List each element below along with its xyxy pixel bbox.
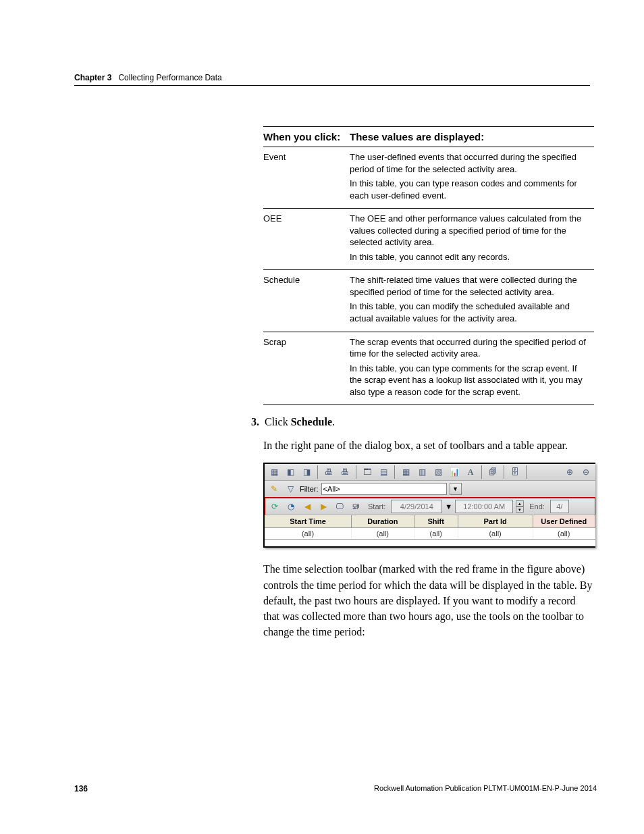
tool-icon[interactable]: ▤ [377,465,390,479]
col-start-time[interactable]: Start Time [265,515,352,527]
running-head: Chapter 3 Collecting Performance Data [74,73,590,82]
chapter-title: Collecting Performance Data [118,73,221,82]
torn-edge [265,540,595,546]
tool-icon[interactable]: 🖵 [333,500,346,513]
start-date-input[interactable] [391,500,442,513]
publication-id: Rockwell Automation Publication PLTMT-UM… [374,784,597,793]
nav-next-icon[interactable]: ▶ [317,500,330,513]
paragraph: The time selection toolbar (marked with … [263,561,594,640]
time-spinner[interactable]: ▴▾ [516,500,524,513]
separator [317,465,318,479]
separator [394,465,395,479]
row-desc: The scrap events that occurred during th… [350,332,594,405]
tool-icon[interactable]: 🗐 [486,465,500,479]
header-rule [74,85,590,86]
step-list: 3. Click Schedule. [247,416,594,428]
text-icon[interactable]: A [464,465,477,479]
filter-dropdown-icon[interactable]: ▼ [450,483,462,495]
col-duration[interactable]: Duration [352,515,414,527]
schedule-panel-figure: ▦ ◧ ◨ 🖶 🖶 🗔 ▤ ▦ ▥ ▧ 📊 A 🗐 🗄 [263,463,595,548]
tool-icon[interactable]: ▥ [415,465,429,479]
step-text: Click Schedule. [265,416,335,428]
table-header-click: When you click: [263,127,350,147]
grid-filter-row: (all) (all) (all) (all) (all) [265,528,595,540]
col-user-defined[interactable]: User Defined [533,515,596,527]
table-row: Schedule The shift-related time values t… [263,270,594,332]
step-item: 3. Click Schedule. [247,416,594,428]
nav-prev-icon[interactable]: ◀ [300,500,314,513]
row-label: Event [263,147,350,209]
filter-cell[interactable]: (all) [533,528,596,539]
row-label: Schedule [263,270,350,332]
tool-icon[interactable]: 🗄 [508,465,522,479]
end-date-input[interactable] [550,500,569,513]
col-part-id[interactable]: Part Id [458,515,533,527]
start-label: Start: [365,502,388,511]
separator [504,465,504,479]
values-table: When you click: These values are display… [263,126,594,405]
separator [356,465,356,479]
toolbar-row-1: ▦ ◧ ◨ 🖶 🖶 🗔 ▤ ▦ ▥ ▧ 📊 A 🗐 🗄 [265,464,595,481]
filter-cell[interactable]: (all) [352,528,414,539]
step-number: 3. [247,416,259,428]
zoom-in-icon[interactable]: ⊕ [563,465,576,479]
table-row: Scrap The scrap events that occurred dur… [263,332,594,405]
tool-icon[interactable]: 🖳 [349,500,363,513]
tool-icon[interactable]: ▧ [431,465,445,479]
grid-header: Start Time Duration Shift Part Id User D… [265,515,595,528]
row-desc: The user-defined events that occurred du… [350,147,594,209]
tool-icon[interactable]: ◧ [284,465,297,479]
time-selection-toolbar: ⟳ ◔ ◀ ▶ 🖵 🖳 Start: ▼ ▴▾ End: [264,497,595,515]
tool-icon[interactable]: 🗔 [360,465,374,479]
date-dropdown-icon[interactable]: ▼ [445,502,452,511]
filter-cell[interactable]: (all) [458,528,533,539]
tool-icon[interactable]: ▦ [399,465,412,479]
separator [481,465,482,479]
chapter-label: Chapter 3 [74,73,111,82]
zoom-out-icon[interactable]: ⊖ [579,465,593,479]
table-header-values: These values are displayed: [350,127,594,147]
tool-icon[interactable]: ▦ [267,465,281,479]
filter-cell[interactable]: (all) [265,528,352,539]
row-label: OEE [263,209,350,270]
row-desc: The OEE and other performance values cal… [350,209,594,270]
table-row: Event The user-defined events that occur… [263,147,594,209]
print-preview-icon[interactable]: 🖶 [338,465,352,479]
row-desc: The shift-related time values that were … [350,270,594,332]
paragraph: In the right pane of the dialog box, a s… [263,438,594,453]
end-label: End: [527,502,547,511]
start-time-input[interactable] [455,500,513,513]
filter-cell[interactable]: (all) [414,528,458,539]
filter-label: Filter: [300,485,319,493]
filter-row: ✎ ▽ Filter: ▼ [265,481,595,498]
page-number: 136 [74,784,88,793]
clock-icon[interactable]: ◔ [284,500,298,513]
row-label: Scrap [263,332,350,405]
page-footer: 136 Rockwell Automation Publication PLTM… [74,784,597,793]
print-icon[interactable]: 🖶 [322,465,336,479]
funnel-icon[interactable]: ▽ [284,482,297,496]
table-row: OEE The OEE and other performance values… [263,209,594,270]
tool-icon[interactable]: ◨ [300,465,313,479]
separator [526,465,527,479]
chart-icon[interactable]: 📊 [448,465,461,479]
col-shift[interactable]: Shift [414,515,458,527]
refresh-icon[interactable]: ⟳ [268,500,281,513]
filter-wizard-icon[interactable]: ✎ [267,482,281,496]
filter-input[interactable] [321,483,447,495]
